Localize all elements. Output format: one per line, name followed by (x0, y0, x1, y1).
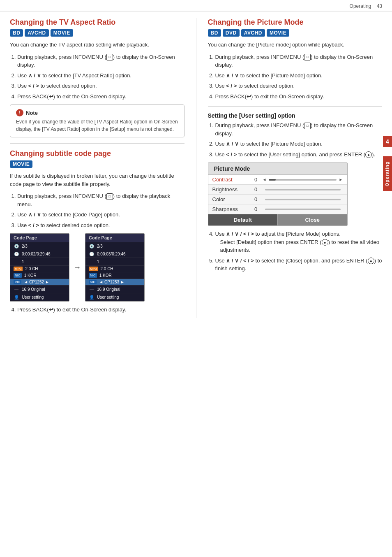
menu-icon-2: □ (106, 193, 113, 200)
cp-row-2: 🕐 0:00:02/0:29:46 (10, 250, 69, 258)
dash-1: — (14, 286, 19, 292)
picture-mode-box: Picture Mode Contrast 0 ◄ ► (208, 162, 348, 226)
arrow-right-icon: → (74, 263, 81, 272)
cp-row-4: MP3 2.0 CH (10, 266, 69, 272)
pm-brightness-value: 0 (252, 186, 260, 193)
step-4: Press BACK(↩) to exit the On-Screen disp… (17, 93, 184, 101)
badge-movie: MOVIE (51, 29, 73, 37)
badge-dvd-r: DVD (223, 29, 240, 37)
right-column: Changing the Picture Mode BD DVD AVCHD M… (208, 18, 383, 318)
us-step-3: Use < / > to select the [User setting] o… (215, 151, 383, 159)
picture-mode-intro: You can change the [Picture mode] option… (208, 41, 383, 49)
pm-contrast-slider (269, 179, 336, 181)
page-container: Operating 43 4 Operating Changing the TV… (0, 0, 392, 557)
codepage-after: Code Page 💿 2/3 🕐 0:00:03/0:29:46 1 (85, 233, 145, 302)
cp-row-5: NIC 1 KOR (10, 272, 69, 279)
step-1: During playback, press INFO/MENU (□) to … (17, 53, 184, 69)
section-subtitle-code-page: Changing subtitle code page MOVIE If the… (10, 149, 184, 314)
user-setting-steps-after: Use ∧ / ∨ / < / > to adjust the [Picture… (215, 230, 383, 273)
badge-bd-r: BD (208, 29, 221, 37)
pm-sharpness-label: Sharpness (212, 206, 249, 212)
note-text: Even if you change the value of the [TV … (16, 118, 178, 133)
pm-contrast-left-arrow: ◄ (263, 177, 267, 182)
user-setting-steps-before: During playback, press INFO/MENU (□) to … (215, 121, 383, 158)
subtitle-step4-list: Press BACK(↩) to exit the On-Screen disp… (17, 306, 184, 314)
tv-aspect-ratio-title: Changing the TV Aspect Ratio (10, 18, 184, 27)
subtitle-step-2: Use ∧ / ∨ to select the [Code Page] opti… (17, 211, 184, 219)
header-page-number: 43 (377, 3, 382, 9)
content-area: Changing the TV Aspect Ratio BD AVCHD MO… (0, 12, 392, 325)
side-tab-label: Operating (383, 156, 392, 191)
pm-color-row: Color 0 (208, 195, 347, 204)
subtitle-code-page-title: Changing subtitle code page (10, 149, 184, 158)
codepage-before-title: Code Page (10, 234, 69, 242)
note-title: ! Note (16, 109, 178, 116)
menu-icon-3: □ (304, 54, 311, 60)
cpa-row-8: 👤 User setting (85, 293, 144, 301)
picture-mode-title: Changing the Picture Mode (208, 18, 383, 27)
blank-1 (14, 259, 19, 265)
us-step-4-note: Select [Default] option then press ENTER… (220, 238, 383, 254)
subtitle-step-4: Press BACK(↩) to exit the On-Screen disp… (17, 306, 184, 314)
mp3-badge-1: MP3 (14, 267, 23, 271)
user-setting-title: Setting the [User setting] option (208, 112, 383, 119)
pm-step-2: Use ∧ / ∨ to select the [Picture Mode] o… (215, 72, 383, 80)
column-divider (196, 18, 196, 318)
pm-brightness-row: Brightness 0 (208, 185, 347, 195)
pm-default-button[interactable]: Default (208, 214, 278, 225)
badge-movie-2: MOVIE (10, 160, 32, 168)
cpa-row-6: VID ◄ CP1253 ► (85, 279, 144, 285)
nic-badge-2: NIC (89, 273, 97, 278)
mp3-badge-2: MP3 (89, 267, 98, 271)
blank-2 (89, 259, 95, 265)
note-icon: ! (16, 109, 23, 116)
pm-sharpness-track (265, 209, 341, 210)
pm-color-slider (265, 199, 341, 200)
tv-aspect-badges: BD AVCHD MOVIE (10, 29, 184, 37)
badge-movie-r: MOVIE (267, 29, 289, 37)
tv-aspect-intro: You can change the TV aspect ratio setti… (10, 41, 184, 49)
pm-btn-row: Default Close (208, 214, 347, 225)
side-number: 4 (383, 136, 392, 147)
pm-brightness-label: Brightness (212, 186, 249, 193)
subtitle-steps: During playback, press INFO/MENU (□) to … (17, 192, 184, 229)
section-tv-aspect-ratio: Changing the TV Aspect Ratio BD AVCHD MO… (10, 18, 184, 137)
tv-aspect-steps: During playback, press INFO/MENU (□) to … (17, 53, 184, 101)
pm-step-4: Press BACK(↩) to exit the On-Screen disp… (215, 93, 383, 101)
page-header: Operating 43 (0, 0, 392, 12)
pm-sharpness-row: Sharpness 0 (208, 204, 347, 214)
enter-circle-icon-1: ● (365, 151, 372, 158)
cp-row-6: VID ◄ CP1252 ► (10, 279, 69, 285)
pm-contrast-right-arrow: ► (339, 177, 343, 182)
badge-avchd: AVCHD (25, 29, 48, 37)
cp-row-8: 👤 User setting (10, 293, 69, 301)
codepage-before: Code Page 💿 2/3 🕐 0:00:02/0:29:46 1 (10, 233, 69, 302)
picture-mode-badges: BD DVD AVCHD MOVIE (208, 29, 383, 37)
menu-icon-4: □ (304, 123, 311, 129)
pm-contrast-label: Contrast (212, 176, 249, 183)
pm-contrast-track (269, 179, 336, 181)
vid-badge-2: VID (89, 280, 97, 284)
subtitle-step-3: Use < / > to select desired code option. (17, 221, 184, 230)
menu-icon-1: □ (106, 54, 113, 60)
step-2: Use ∧ / ∨ to select the [TV Aspect Ratio… (17, 72, 184, 80)
pm-close-button[interactable]: Close (278, 214, 347, 225)
pm-sharpness-value: 0 (252, 206, 260, 212)
pm-contrast-fill (269, 179, 275, 181)
codepage-demo: Code Page 💿 2/3 🕐 0:00:02/0:29:46 1 (10, 233, 184, 302)
badge-avchd-r: AVCHD (241, 29, 265, 37)
note-box: ! Note Even if you change the value of t… (10, 104, 184, 137)
step-3: Use < / > to select desired option. (17, 82, 184, 90)
subtitle-intro: If the subtitle is displayed in broken l… (10, 172, 184, 188)
vid-badge-1: VID (14, 280, 21, 284)
header-operating: Operating (350, 3, 371, 9)
nic-badge-1: NIC (14, 273, 22, 278)
pm-sharpness-slider (265, 209, 341, 210)
disc-icon-1: 💿 (14, 243, 19, 249)
divider-2 (208, 106, 383, 107)
pm-color-label: Color (212, 196, 249, 202)
section-user-setting: Setting the [User setting] option During… (208, 112, 383, 273)
dash-2: — (89, 286, 95, 292)
cpa-row-3: 1 (85, 258, 144, 266)
cp-row-3: 1 (10, 258, 69, 266)
